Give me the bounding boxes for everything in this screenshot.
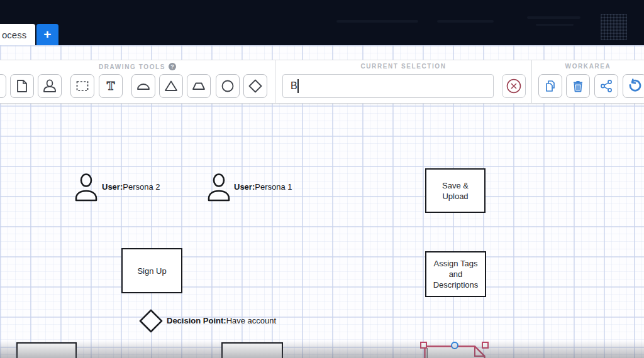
header-faint-text bbox=[336, 20, 418, 23]
decision-label: Decision Point:Have account bbox=[167, 316, 276, 325]
diamond-icon bbox=[248, 79, 263, 94]
assign-tags-node[interactable]: Assign Tags and Descriptions bbox=[425, 251, 486, 297]
persona-node-2[interactable] bbox=[74, 173, 98, 204]
plus-icon: + bbox=[43, 27, 51, 42]
header-faint-text bbox=[437, 20, 494, 23]
persona-node-1[interactable] bbox=[207, 173, 231, 204]
drawing-tools-section: DRAWING TOOLS ? T bbox=[0, 60, 275, 103]
persona-1-prefix: User: bbox=[234, 182, 255, 192]
semicircle-icon bbox=[136, 79, 151, 94]
decision-prefix: Decision Point: bbox=[167, 316, 226, 325]
header-faint-text bbox=[527, 16, 580, 19]
delete-button[interactable] bbox=[566, 74, 590, 98]
duplicate-icon bbox=[543, 79, 558, 94]
rectangle-icon bbox=[0, 79, 2, 94]
toolbar: DRAWING TOOLS ? T bbox=[0, 60, 644, 104]
dashed-rectangle-icon bbox=[75, 79, 90, 94]
persona-1-label: User:Persona 1 bbox=[234, 182, 292, 192]
undo-button[interactable] bbox=[623, 74, 644, 98]
assign-tags-label: Assign Tags and Descriptions bbox=[431, 258, 480, 290]
persona-1-name: Persona 1 bbox=[255, 182, 292, 192]
persona-2-prefix: User: bbox=[102, 182, 123, 192]
clear-selection-button[interactable] bbox=[502, 74, 526, 98]
undo-icon bbox=[626, 78, 643, 94]
decision-name: Have account bbox=[226, 316, 277, 325]
save-upload-label: Save & Upload bbox=[435, 180, 476, 202]
share-button[interactable] bbox=[594, 74, 618, 98]
tool-persona-button[interactable] bbox=[38, 74, 62, 98]
save-upload-node[interactable]: Save & Upload bbox=[425, 168, 486, 213]
tool-triangle-button[interactable] bbox=[159, 74, 183, 98]
tool-circle-button[interactable] bbox=[216, 74, 240, 98]
circle-x-icon bbox=[506, 78, 522, 94]
persona-icon bbox=[207, 173, 231, 202]
current-selection-label: CURRENT SELECTION bbox=[275, 63, 531, 70]
tool-text-button[interactable]: T bbox=[99, 74, 123, 98]
tool-trapezoid-button[interactable] bbox=[187, 74, 211, 98]
persona-icon bbox=[42, 79, 57, 94]
tool-rectangle-button[interactable] bbox=[0, 74, 6, 98]
help-icon[interactable]: ? bbox=[169, 63, 176, 70]
resize-handle-nw[interactable] bbox=[420, 342, 427, 349]
triangle-icon bbox=[164, 79, 179, 94]
text-icon: T bbox=[103, 79, 118, 94]
document-icon bbox=[14, 79, 30, 94]
persona-2-name: Persona 2 bbox=[123, 182, 160, 192]
register-node[interactable]: Register bbox=[16, 342, 77, 358]
share-icon bbox=[599, 79, 614, 94]
selection-text-input[interactable] bbox=[282, 74, 494, 98]
text-cursor bbox=[297, 79, 299, 93]
diamond-icon bbox=[138, 308, 164, 334]
sign-up-node[interactable]: Sign Up bbox=[121, 248, 182, 293]
current-selection-section: CURRENT SELECTION bbox=[275, 60, 531, 103]
app-header: ocess + bbox=[0, 0, 644, 45]
tool-diamond-button[interactable] bbox=[243, 74, 267, 98]
persona-icon bbox=[74, 173, 98, 202]
workarea-section: WORKAREA bbox=[531, 60, 644, 103]
circle-icon bbox=[220, 79, 235, 94]
new-tab-button[interactable]: + bbox=[36, 24, 58, 45]
tool-semicircle-button[interactable] bbox=[131, 74, 155, 98]
tool-document-button[interactable] bbox=[10, 74, 34, 98]
duplicate-button[interactable] bbox=[538, 74, 562, 98]
sign-up-label: Sign Up bbox=[137, 266, 166, 276]
persona-2-label: User:Persona 2 bbox=[102, 182, 160, 192]
tab-process-label: ocess bbox=[2, 30, 26, 40]
decision-node[interactable] bbox=[138, 308, 164, 336]
text-tool-glyph: T bbox=[107, 79, 115, 92]
tab-bar: ocess + bbox=[0, 23, 644, 45]
login-node[interactable]: Login bbox=[221, 342, 283, 358]
trapezoid-icon bbox=[191, 79, 206, 94]
connector-handle-top[interactable] bbox=[451, 342, 458, 349]
trash-icon bbox=[570, 79, 586, 94]
drawing-tools-label-text: DRAWING TOOLS bbox=[99, 63, 165, 70]
drawing-tools-label: DRAWING TOOLS ? bbox=[0, 63, 275, 70]
tool-selection-rect-button[interactable] bbox=[70, 74, 94, 98]
tab-process[interactable]: ocess bbox=[0, 24, 35, 45]
resize-handle-ne[interactable] bbox=[482, 342, 489, 349]
workarea-label: WORKAREA bbox=[532, 63, 644, 70]
